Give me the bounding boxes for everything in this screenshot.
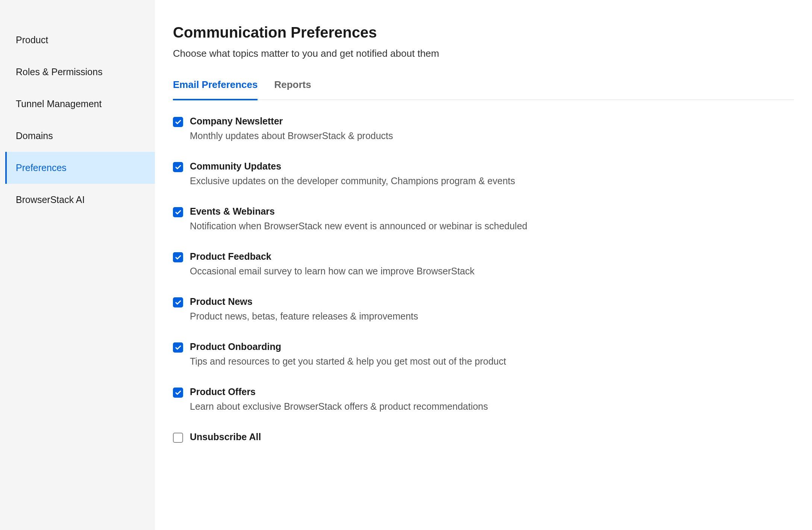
preference-description: Occasional email survey to learn how can… bbox=[190, 266, 794, 277]
sidebar-item-domains[interactable]: Domains bbox=[5, 120, 155, 152]
checkbox-product-feedback[interactable] bbox=[173, 252, 183, 262]
preference-unsubscribe-all: Unsubscribe All bbox=[173, 432, 794, 446]
sidebar-item-preferences[interactable]: Preferences bbox=[5, 152, 155, 184]
checkbox-product-onboarding[interactable] bbox=[173, 342, 183, 353]
preference-product-news: Product News Product news, betas, featur… bbox=[173, 296, 794, 322]
preference-title: Product Offers bbox=[190, 386, 794, 397]
checkbox-company-newsletter[interactable] bbox=[173, 117, 183, 127]
preference-description: Monthly updates about BrowserStack & pro… bbox=[190, 130, 794, 141]
preference-title: Events & Webinars bbox=[190, 206, 794, 217]
preference-company-newsletter: Company Newsletter Monthly updates about… bbox=[173, 116, 794, 141]
preference-description: Tips and resources to get you started & … bbox=[190, 356, 794, 367]
checkbox-product-offers[interactable] bbox=[173, 388, 183, 398]
preference-content: Events & Webinars Notification when Brow… bbox=[190, 206, 794, 232]
check-icon bbox=[175, 119, 182, 126]
preference-title: Product Feedback bbox=[190, 251, 794, 262]
preference-content: Company Newsletter Monthly updates about… bbox=[190, 116, 794, 141]
check-icon bbox=[175, 344, 182, 351]
preference-product-feedback: Product Feedback Occasional email survey… bbox=[173, 251, 794, 277]
sidebar-item-browserstack-ai[interactable]: BrowserStack AI bbox=[5, 184, 155, 216]
main-content: Communication Preferences Choose what to… bbox=[155, 0, 812, 530]
check-icon bbox=[175, 164, 182, 171]
tab-reports[interactable]: Reports bbox=[274, 79, 311, 100]
preference-community-updates: Community Updates Exclusive updates on t… bbox=[173, 161, 794, 186]
sidebar-item-tunnel-management[interactable]: Tunnel Management bbox=[5, 88, 155, 120]
preference-title: Unsubscribe All bbox=[190, 432, 794, 442]
tab-email-preferences[interactable]: Email Preferences bbox=[173, 79, 258, 100]
preference-events-webinars: Events & Webinars Notification when Brow… bbox=[173, 206, 794, 232]
check-icon bbox=[175, 254, 182, 261]
check-icon bbox=[175, 209, 182, 216]
check-icon bbox=[175, 389, 182, 396]
tabs-container: Email Preferences Reports bbox=[173, 79, 794, 100]
preference-product-offers: Product Offers Learn about exclusive Bro… bbox=[173, 386, 794, 412]
checkbox-unsubscribe-all[interactable] bbox=[173, 433, 183, 443]
sidebar-item-product[interactable]: Product bbox=[5, 24, 155, 56]
preference-title: Product News bbox=[190, 296, 794, 307]
page-title: Communication Preferences bbox=[173, 24, 794, 41]
sidebar: Product Roles & Permissions Tunnel Manag… bbox=[0, 0, 155, 530]
preference-content: Product Feedback Occasional email survey… bbox=[190, 251, 794, 277]
preference-title: Product Onboarding bbox=[190, 341, 794, 352]
preference-description: Notification when BrowserStack new event… bbox=[190, 221, 794, 232]
preference-content: Product Onboarding Tips and resources to… bbox=[190, 341, 794, 367]
preference-description: Product news, betas, feature releases & … bbox=[190, 311, 794, 322]
preference-product-onboarding: Product Onboarding Tips and resources to… bbox=[173, 341, 794, 367]
checkbox-community-updates[interactable] bbox=[173, 162, 183, 172]
preference-content: Unsubscribe All bbox=[190, 432, 794, 446]
preference-content: Product News Product news, betas, featur… bbox=[190, 296, 794, 322]
preference-description: Learn about exclusive BrowserStack offer… bbox=[190, 401, 794, 412]
checkbox-events-webinars[interactable] bbox=[173, 207, 183, 217]
preference-description: Exclusive updates on the developer commu… bbox=[190, 176, 794, 186]
page-subtitle: Choose what topics matter to you and get… bbox=[173, 48, 794, 59]
preference-title: Company Newsletter bbox=[190, 116, 794, 127]
preference-content: Product Offers Learn about exclusive Bro… bbox=[190, 386, 794, 412]
app-container: Product Roles & Permissions Tunnel Manag… bbox=[0, 0, 812, 530]
sidebar-item-roles-permissions[interactable]: Roles & Permissions bbox=[5, 56, 155, 88]
check-icon bbox=[175, 299, 182, 306]
preference-content: Community Updates Exclusive updates on t… bbox=[190, 161, 794, 186]
checkbox-product-news[interactable] bbox=[173, 297, 183, 307]
preference-title: Community Updates bbox=[190, 161, 794, 172]
